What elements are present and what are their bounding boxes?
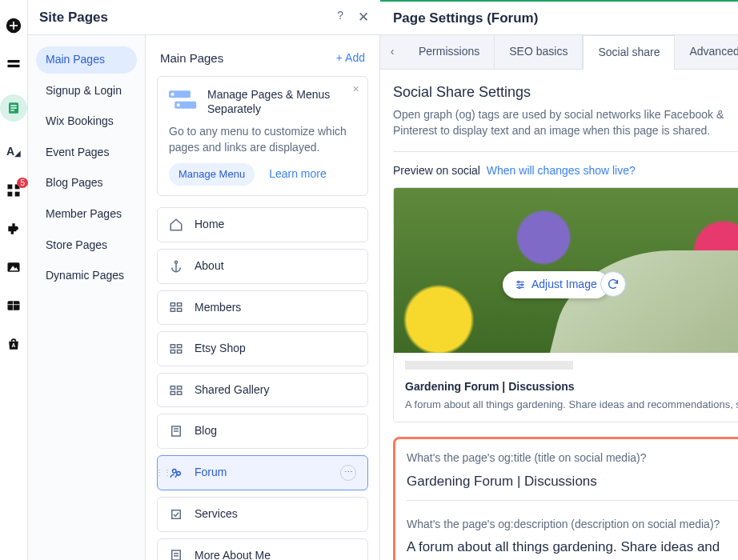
- settings-title: Page Settings (Forum): [393, 9, 538, 28]
- svg-rect-24: [170, 303, 174, 306]
- learn-more-link[interactable]: Learn more: [269, 166, 327, 182]
- nav-wix-bookings[interactable]: Wix Bookings: [36, 108, 137, 135]
- svg-rect-21: [171, 93, 174, 96]
- nav-dynamic-pages[interactable]: Dynamic Pages: [36, 262, 137, 290]
- settings-tabs: ‹ Permissions SEO basics Social share Ad…: [380, 35, 738, 70]
- preview-image: Adjust Image: [394, 188, 738, 353]
- more-icon[interactable]: ⋯: [340, 465, 356, 481]
- svg-rect-3: [8, 60, 20, 62]
- tab-social-share[interactable]: Social share: [583, 35, 675, 70]
- refresh-icon: [607, 278, 620, 290]
- svg-rect-11: [8, 192, 13, 197]
- svg-rect-27: [178, 309, 182, 312]
- nav-blog-pages[interactable]: Blog Pages: [36, 170, 137, 197]
- svg-rect-2: [10, 25, 18, 26]
- page-item-label: Etsy Shop: [195, 341, 246, 357]
- page-item-services[interactable]: Services: [157, 497, 368, 532]
- pages-icon[interactable]: [0, 94, 27, 122]
- site-pages-title: Site Pages: [39, 8, 108, 27]
- page-item-gallery[interactable]: Shared Gallery: [157, 373, 368, 408]
- settings-header: Page Settings (Forum) ? ‹: [380, 2, 738, 35]
- svg-rect-30: [170, 350, 174, 353]
- card-body: Go to any menu to customize which pages …: [169, 124, 356, 155]
- help-icon[interactable]: ?: [337, 8, 343, 27]
- highlighted-fields: What's the page's og:title (title on soc…: [393, 437, 738, 560]
- add-icon[interactable]: [6, 18, 22, 34]
- manage-menu-button[interactable]: Manage Menu: [169, 163, 255, 186]
- page-item-forum[interactable]: ⋮⋮ Forum ⋯: [157, 455, 368, 490]
- svg-text:A: A: [12, 342, 16, 348]
- svg-point-54: [519, 286, 520, 288]
- page-item-etsy[interactable]: Etsy Shop: [157, 331, 368, 366]
- og-desc-label: What's the page's og:description (descri…: [407, 517, 738, 533]
- svg-rect-17: [13, 301, 14, 310]
- page-category-nav: Main Pages Signup & Login Wix Bookings E…: [28, 35, 145, 301]
- page-item-blog[interactable]: Blog: [157, 414, 368, 449]
- svg-point-52: [518, 281, 519, 282]
- image-icon[interactable]: [6, 259, 22, 275]
- plugins-icon[interactable]: [6, 221, 22, 237]
- tabs-scroll-left[interactable]: ‹: [380, 35, 404, 69]
- page-item-label: Shared Gallery: [195, 382, 269, 398]
- tab-seo-basics[interactable]: SEO basics: [495, 35, 583, 69]
- domain-placeholder: [405, 361, 573, 370]
- layers-icon[interactable]: [6, 56, 22, 72]
- svg-rect-31: [178, 350, 182, 353]
- font-icon[interactable]: A◢: [6, 144, 22, 160]
- svg-rect-8: [10, 110, 14, 111]
- svg-rect-22: [177, 104, 180, 107]
- page-item-home[interactable]: Home: [157, 207, 368, 242]
- services-icon: [169, 507, 183, 522]
- left-rail: A◢ 5 A: [0, 0, 28, 560]
- card-close-icon[interactable]: ✕: [352, 83, 359, 95]
- manage-menus-card: ✕ Manage Pages & Menus Separately Go to …: [157, 76, 368, 196]
- blog-icon: [169, 424, 183, 438]
- preview-label: Preview on social When will changes show…: [393, 163, 738, 179]
- page-item-label: Home: [195, 217, 224, 233]
- svg-rect-28: [170, 345, 174, 348]
- page-item-label: More About Me: [195, 548, 271, 560]
- tab-permissions[interactable]: Permissions: [404, 35, 495, 69]
- page-item-about[interactable]: About: [157, 249, 368, 284]
- og-desc-input[interactable]: A forum about all things gardening. Shar…: [407, 538, 738, 560]
- drag-handle-icon[interactable]: ⋮⋮: [155, 467, 171, 478]
- preview-desc: A forum about all things gardening. Shar…: [405, 398, 738, 412]
- sliders-icon: [515, 279, 526, 290]
- og-title-label: What's the page's og:title (title on soc…: [407, 450, 738, 466]
- pages-list-header: Main Pages + Add: [146, 35, 379, 76]
- adjust-image-button[interactable]: Adjust Image: [503, 271, 609, 298]
- data-icon[interactable]: [6, 298, 22, 314]
- svg-point-39: [173, 469, 177, 473]
- badge: 5: [17, 178, 28, 188]
- nav-store-pages[interactable]: Store Pages: [36, 232, 137, 259]
- apps-icon[interactable]: 5: [6, 182, 22, 198]
- site-pages-header: Site Pages ? ✕: [28, 0, 380, 35]
- svg-point-53: [521, 284, 523, 286]
- page-item-label: Members: [195, 300, 241, 316]
- site-pages-panel: Site Pages ? ✕ Main Pages Signup & Login…: [28, 0, 380, 560]
- card-title: Manage Pages & Menus Separately: [207, 88, 356, 116]
- refresh-image-button[interactable]: [600, 271, 626, 297]
- page-item-more-about[interactable]: More About Me: [157, 538, 368, 560]
- nav-signup-login[interactable]: Signup & Login: [36, 78, 137, 105]
- svg-rect-9: [8, 185, 13, 190]
- nav-main-pages[interactable]: Main Pages: [36, 46, 137, 74]
- page-item-label: Services: [195, 506, 238, 522]
- close-icon[interactable]: ✕: [358, 8, 369, 27]
- shop-icon: [169, 342, 183, 356]
- svg-rect-4: [8, 65, 20, 67]
- menu-icon: [169, 88, 198, 112]
- svg-rect-34: [170, 391, 174, 394]
- page-icon: [169, 548, 183, 560]
- svg-rect-12: [15, 192, 20, 197]
- preview-help-link[interactable]: When will changes show live?: [487, 164, 636, 177]
- add-page-button[interactable]: + Add: [336, 50, 365, 66]
- store-icon[interactable]: A: [6, 336, 22, 352]
- page-item-members[interactable]: Members: [157, 290, 368, 326]
- page-item-label: Forum: [195, 465, 227, 481]
- tab-advanced-seo[interactable]: Advanced SEO: [675, 35, 738, 69]
- nav-event-pages[interactable]: Event Pages: [36, 139, 137, 166]
- og-title-input[interactable]: Gardening Forum | Discussions: [407, 473, 738, 491]
- nav-member-pages[interactable]: Member Pages: [36, 201, 137, 228]
- svg-rect-33: [178, 386, 182, 389]
